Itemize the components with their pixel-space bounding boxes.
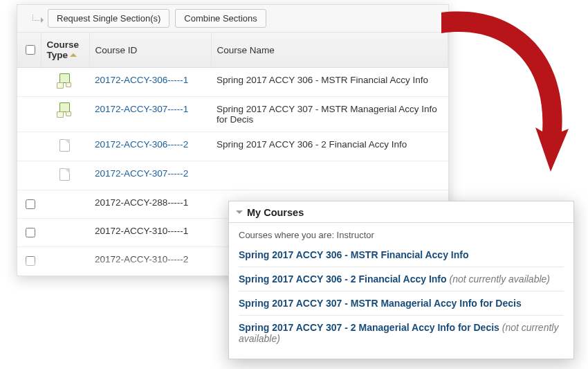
my-courses-panel: My Courses Courses where you are: Instru… [228,201,574,359]
master-course-icon [57,104,73,116]
course-id[interactable]: 20172-ACCY-307-----1 [95,104,188,114]
my-courses-list: Spring 2017 ACCY 306 - MSTR Financial Ac… [229,243,573,359]
request-single-section-button[interactable]: Request Single Section(s) [48,9,169,28]
not-available-label: (not currently available) [449,273,550,285]
my-courses-subtitle: Courses where you are: Instructor [229,223,573,243]
table-row: 20172-ACCY-306-----1Spring 2017 ACCY 306… [17,68,448,97]
section-doc-icon [57,139,73,152]
course-name [211,161,448,190]
list-item: Spring 2017 ACCY 306 - 2 Financial Accy … [239,267,564,291]
combine-sections-button[interactable]: Combine Sections [175,9,266,28]
collapse-triangle-icon [236,210,243,217]
course-id: 20172-ACCY-310-----1 [95,226,188,236]
column-header-course-name[interactable]: Course Name [211,33,448,68]
course-name: Spring 2017 ACCY 306 - MSTR Financial Ac… [211,68,448,97]
course-link[interactable]: Spring 2017 ACCY 307 - MSTR Managerial A… [239,298,522,309]
master-course-icon [57,75,73,87]
column-header-course-id[interactable]: Course ID [89,33,211,68]
course-id: 20172-ACCY-288-----1 [95,197,188,208]
column-select-all[interactable] [17,33,41,68]
table-row: 20172-ACCY-307-----2 [17,161,448,190]
table-row: 20172-ACCY-307-----1Spring 2017 ACCY 307… [17,97,448,132]
row-checkbox[interactable] [26,256,35,266]
course-name: Spring 2017 ACCY 306 - 2 Financial Accy … [211,132,448,161]
course-link[interactable]: Spring 2017 ACCY 306 - MSTR Financial Ac… [239,249,468,260]
course-id: 20172-ACCY-310-----2 [95,254,188,264]
table-row: 20172-ACCY-306-----2Spring 2017 ACCY 306… [17,132,448,161]
list-item: Spring 2017 ACCY 306 - MSTR Financial Ac… [239,243,564,267]
list-item: Spring 2017 ACCY 307 - 2 Managerial Accy… [239,316,564,350]
row-checkbox[interactable] [26,199,35,209]
my-courses-header[interactable]: My Courses [229,201,573,223]
row-checkbox[interactable] [26,228,35,237]
sort-asc-icon [70,50,77,57]
my-courses-title: My Courses [247,207,304,218]
course-id[interactable]: 20172-ACCY-306-----1 [95,75,188,85]
course-id[interactable]: 20172-ACCY-306-----2 [95,139,188,150]
column-header-course-type[interactable]: Course Type [41,33,89,68]
toolbar: Request Single Section(s) Combine Sectio… [17,5,448,33]
list-item: Spring 2017 ACCY 307 - MSTR Managerial A… [239,291,564,316]
section-doc-icon [57,168,73,181]
course-id[interactable]: 20172-ACCY-307-----2 [95,168,188,179]
course-link[interactable]: Spring 2017 ACCY 306 - 2 Financial Accy … [239,273,447,285]
course-link[interactable]: Spring 2017 ACCY 307 - 2 Managerial Accy… [239,322,499,333]
course-name: Spring 2017 ACCY 307 - MSTR Managerial A… [211,97,448,132]
select-all-checkbox[interactable] [26,45,35,55]
